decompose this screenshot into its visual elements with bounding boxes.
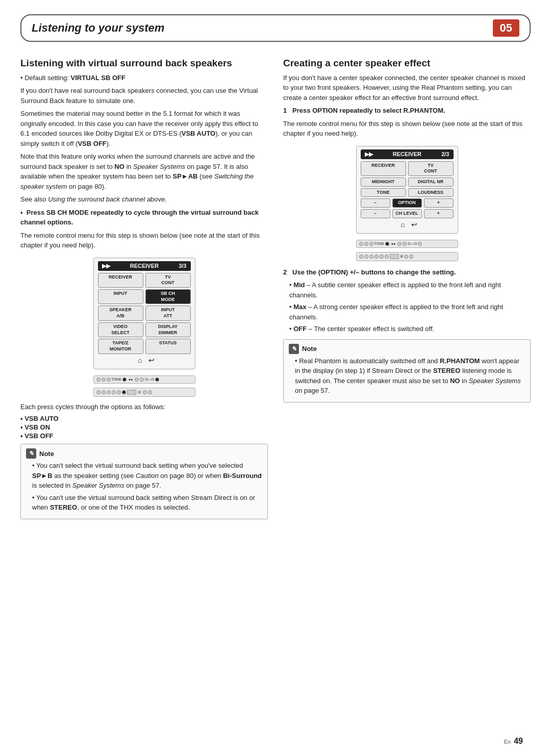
default-setting: • Default setting: VIRTUAL SB OFF [20,73,268,83]
r2-dot-9 [418,242,422,246]
r2-dot-2 [364,242,368,246]
dot-9 [155,377,159,382]
r2-btn-minus2: – [361,209,390,218]
cycle-options-list: VSB AUTO VSB ON VSB OFF [20,415,268,440]
left-section-title: Listening with virtual surround back spe… [20,57,268,70]
dot-17 [148,390,152,394]
remote-home-icon-2: ⌂ [400,220,405,229]
dot-16 [143,390,147,394]
dot-2 [102,377,106,382]
remote-back-icon-2: ↩ [411,220,417,229]
cycle-opt-3: VSB OFF [20,432,268,440]
remote-label-1: RECEIVER [130,263,159,269]
dot-14 [117,390,121,394]
r2-panel-label-1: TONE [374,242,384,245]
header-bar: Listening to your system 05 [20,14,531,42]
r2-btn-loudness: LOUDNESS [408,188,454,197]
note-header-right: ✎ Note [289,344,525,354]
remote-back-icon: ↩ [148,356,155,364]
note-bullet-left-2: You can't use the virtual surround back … [32,493,262,513]
note-icon-right: ✎ [289,344,299,354]
r2-dot-15 [385,255,389,259]
r2-btn-chlevel: CH LEVEL [392,209,422,218]
dot-13 [112,390,116,394]
step2-text: Use the (OPTION) +/– buttons to change t… [292,268,456,276]
remote-btn-status: STATUS [145,339,191,354]
remote-btn-input: INPUT [98,289,143,304]
dot-6 [135,377,139,382]
cycle-opt-2: VSB ON [20,423,268,431]
note-bullet-right-1: Real Phantom is automatically switched o… [295,356,525,396]
remote-row-video: VIDEOSELECT DISPLAYDIMMER [98,322,191,337]
dot-12 [107,390,111,394]
remote-header-1: ▶▶ RECEIVER 3/3 [98,261,191,271]
option-mid: Mid – A subtle center speaker effect is … [289,280,531,300]
step1-text: Press OPTION repeatedly to select R.PHAN… [292,107,445,114]
r2-dot-6 [397,242,402,246]
dot-7 [140,377,144,382]
sb-ch-step-sub: The remote control menu for this step is… [20,231,268,250]
remote-row-r2-receiver: RECEIVER TVCONT [361,161,454,176]
remote-row-r2-tone: TONE LOUDNESS [361,188,454,197]
remote-btn-speaker: SPEAKERA/B [98,306,143,320]
remote-icon-1: ▶▶ [102,263,110,269]
page-title: Listening to your system [32,21,164,35]
r2-dot-13 [374,255,379,259]
remote-btn-sbch: SB CHMODE [145,289,191,304]
left-para-2: Sometimes the material may sound better … [20,109,268,148]
remote-control-1: ▶▶ RECEIVER 3/3 RECEIVER TVCONT INPUT SB… [93,258,195,369]
step1-sub: The remote control menu for this step is… [283,119,531,139]
r2-dot-16 [404,255,408,259]
remote-btn-receiver: RECEIVER [98,273,143,288]
remote-row-input: INPUT SB CHMODE [98,289,191,304]
r2-dot-14 [380,255,384,259]
r2-panel-label-2: O—O [408,242,417,245]
footer-lang: En [504,739,511,745]
main-content: Listening with virtual surround back spe… [0,47,551,539]
r2-dot-11 [364,255,368,259]
remote-home-icon: ⌂ [138,356,142,364]
panel-strip-1b: ⚙️ [93,388,195,397]
r2-dot-3 [369,242,373,246]
r2-dot-7 [403,242,407,246]
r2-btn-minus: – [361,198,390,208]
panel-disp: ●● [129,377,133,381]
note-box-right: ✎ Note Real Phantom is automatically swi… [283,339,531,402]
dot-5 [122,377,127,382]
remote-btn-input-att: INPUTATT [145,306,191,320]
r2-panel-icons: ⚙ [400,255,403,259]
left-para-4: See also Using the surround back channel… [20,194,268,205]
footer-page: 49 [514,737,523,746]
dot-1 [96,377,101,382]
note-bullet-left-1: You can't select the virtual surround ba… [32,461,262,491]
r2-btn-receiver: RECEIVER [361,161,406,176]
remote-btn-video: VIDEOSELECT [98,322,143,337]
r2-btn-option: OPTION [392,198,422,208]
dot-11 [102,390,106,394]
r2-dot-12 [369,255,373,259]
chapter-number: 05 [493,19,519,37]
panel-label-1: TONE [112,377,121,381]
r2-dot-10 [359,255,363,259]
remote-nav-row: ⌂ ↩ [98,356,191,364]
remote-row-r2-midnight: MIDNIGHT DIGITAL NR [361,178,454,187]
remote-row-tape: TAPE/ZMONITOR STATUS [98,339,191,354]
r2-btn-plus: + [424,198,454,208]
r2-dot-5 [385,242,389,246]
panel-display [127,390,136,395]
panel-strip-1: TONE ●● O—O [93,375,195,384]
step2-num: 2 [283,268,290,276]
cycles-label: Each press cycles through the options as… [20,402,268,412]
remote-control-2: ▶▶ RECEIVER 2/3 RECEIVER TVCONT MIDNIGHT… [356,146,458,234]
r2-btn-midnight: MIDNIGHT [361,178,406,187]
remote-nav-row-2: ⌂ ↩ [361,220,454,229]
default-value: VIRTUAL SB OFF [71,74,126,82]
remote-page-2: 2/3 [441,151,449,157]
r2-btn-digitalNR: DIGITAL NR [408,178,454,187]
option-max: Max – A strong center speaker effect is … [289,302,531,322]
note-box-left: ✎ Note You can't select the virtual surr… [20,444,268,519]
left-para-1: If you don't have real surround back spe… [20,86,268,106]
note-title-left: Note [39,450,54,458]
left-column: Listening with virtual surround back spe… [20,52,268,523]
remote-row-receiver: RECEIVER TVCONT [98,273,191,288]
